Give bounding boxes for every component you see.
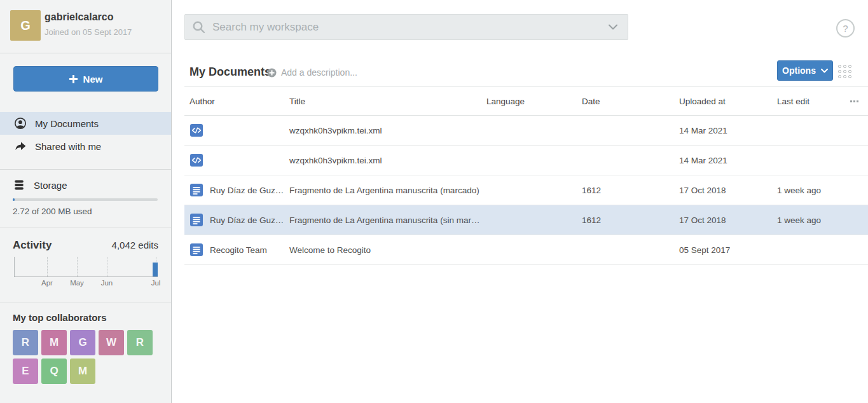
cell-title: Welcome to Recogito [289, 235, 371, 265]
activity-title: Activity [13, 239, 52, 252]
help-button[interactable]: ? [836, 19, 855, 38]
sidebar-item-my-documents[interactable]: My Documents [0, 112, 171, 135]
user-circle-icon [14, 117, 27, 130]
cell-title: wzqxhk0h3vpikm.tei.xml [289, 116, 382, 146]
page-title: My Documents [189, 65, 271, 79]
table-row-selected[interactable]: Ruy Díaz de Guz… Fragmento de La Argenti… [184, 205, 868, 235]
collaborators-title: My top collaborators [13, 312, 158, 323]
collaborator-avatar[interactable]: M [41, 330, 67, 355]
activity-section: Activity 4,042 edits Apr May Jun Jul [0, 228, 171, 303]
table-row[interactable]: wzqxhk0h3vpikm.tei.xml 14 Mar 2021 [184, 146, 868, 175]
table-row[interactable]: Recogito Team Welcome to Recogito 05 Sep… [184, 235, 868, 265]
activity-bar-jul [153, 263, 158, 277]
database-icon [13, 179, 25, 191]
main-area: ? My Documents Add a description... Opti… [172, 0, 868, 403]
layout-grid-toggle[interactable] [838, 63, 855, 79]
text-document-icon [190, 184, 203, 196]
chart-axis [14, 257, 15, 277]
plus-icon [69, 75, 78, 83]
options-button-label: Options [782, 65, 816, 76]
profile-section: G gabrielcalarco Joined on 05 Sept 2017 [0, 0, 171, 53]
username: gabrielcalarco [45, 11, 114, 23]
column-header-language[interactable]: Language [486, 87, 525, 116]
chart-tick-label: Apr [41, 279, 53, 287]
table-row[interactable]: wzqxhk0h3vpikm.tei.xml 14 Mar 2021 [184, 116, 868, 146]
new-button[interactable]: New [13, 66, 158, 92]
joined-date: Joined on 05 Sept 2017 [45, 27, 132, 37]
activity-edits-count: 4,042 edits [112, 240, 158, 250]
column-header-uploaded-at[interactable]: Uploaded at [679, 87, 726, 116]
plus-circle-icon [267, 68, 277, 78]
chart-tick-label: May [70, 279, 84, 287]
collaborator-avatar[interactable]: R [13, 330, 38, 355]
search-icon [192, 20, 206, 34]
cell-uploaded-at: 17 Oct 2018 [679, 205, 726, 235]
chart-gridline [77, 257, 78, 277]
table-row[interactable]: Ruy Díaz de Guz… Fragmento de La Argenti… [184, 175, 868, 205]
cell-date: 1612 [582, 175, 601, 205]
cell-author: Ruy Díaz de Guz… [210, 175, 284, 205]
add-description-button[interactable]: Add a description... [267, 67, 357, 78]
cell-title: Fragmento de La Argentina manuscrita (si… [289, 205, 479, 235]
chevron-down-icon [821, 69, 828, 73]
collaborator-avatar[interactable]: M [70, 359, 95, 384]
cell-uploaded-at: 14 Mar 2021 [679, 146, 727, 175]
cell-title: wzqxhk0h3vpikm.tei.xml [289, 146, 382, 175]
chart-gridline [47, 257, 48, 277]
new-button-label: New [83, 74, 103, 85]
search-bar [184, 14, 628, 40]
chart-gridline [107, 257, 107, 277]
collaborator-avatar[interactable]: Q [41, 359, 67, 384]
sidebar-item-shared-with-me[interactable]: Shared with me [0, 135, 171, 158]
collaborator-avatar[interactable]: W [99, 330, 124, 355]
chart-tick-label: Jun [101, 279, 113, 287]
storage-title: Storage [34, 180, 67, 191]
column-header-last-edit[interactable]: Last edit [777, 87, 809, 116]
column-header-date[interactable]: Date [582, 87, 600, 116]
share-arrow-icon [14, 140, 27, 153]
cell-last-edit: 1 week ago [777, 205, 821, 235]
sidebar-item-label: My Documents [35, 118, 99, 129]
storage-progress-bar [13, 198, 158, 201]
chart-tick-label: Jul [151, 279, 161, 287]
add-description-label: Add a description... [281, 67, 357, 78]
collaborators-section: My top collaborators R M G W R E Q M [0, 303, 171, 384]
sidebar: G gabrielcalarco Joined on 05 Sept 2017 … [0, 0, 172, 403]
page-header: My Documents Add a description... Option… [172, 57, 868, 87]
code-file-icon [190, 154, 203, 167]
search-input[interactable] [212, 21, 598, 34]
cell-uploaded-at: 14 Mar 2021 [679, 116, 727, 146]
cell-uploaded-at: 17 Oct 2018 [679, 175, 726, 205]
cell-author: Ruy Díaz de Guz… [210, 205, 284, 235]
chevron-down-icon [609, 24, 617, 30]
collaborator-avatar[interactable]: G [70, 330, 95, 355]
text-document-icon [190, 214, 203, 226]
options-button[interactable]: Options [777, 60, 833, 81]
cell-date: 1612 [582, 205, 601, 235]
collaborator-avatar[interactable]: E [13, 359, 38, 384]
cell-title: Fragmento de La Argentina manuscrita (ma… [289, 175, 479, 205]
column-header-title[interactable]: Title [289, 87, 305, 116]
text-document-icon [190, 243, 203, 256]
question-mark-icon: ? [843, 23, 848, 34]
activity-chart [14, 257, 158, 277]
documents-table: Author Title Language Date Uploaded at L… [172, 87, 868, 265]
cell-author: Recogito Team [210, 235, 267, 265]
storage-section: Storage 2.72 of 200 MB used [0, 170, 171, 228]
storage-usage-text: 2.72 of 200 MB used [13, 207, 158, 216]
table-header-row: Author Title Language Date Uploaded at L… [184, 87, 868, 116]
sidebar-item-label: Shared with me [35, 141, 101, 152]
cell-uploaded-at: 05 Sept 2017 [679, 235, 730, 265]
search-scope-toggle[interactable] [598, 24, 628, 30]
column-header-author[interactable]: Author [189, 87, 215, 116]
avatar: G [10, 10, 41, 41]
collaborator-avatar[interactable]: R [127, 330, 153, 355]
cell-last-edit: 1 week ago [777, 175, 821, 205]
code-file-icon [190, 124, 203, 137]
storage-progress-fill [13, 198, 15, 201]
column-settings-menu-icon[interactable] [850, 100, 858, 102]
